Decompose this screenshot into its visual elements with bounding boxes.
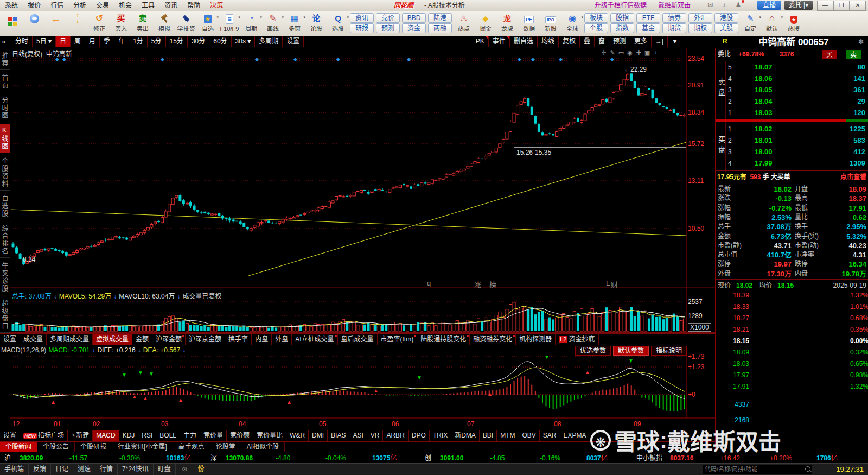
menu-工具[interactable]: 工具 xyxy=(137,0,159,11)
toolbar-多窗-button[interactable]: ▦多窗▾ xyxy=(284,11,305,35)
indicator-BOLL[interactable]: BOLL xyxy=(156,430,180,441)
tab-成交量[interactable]: 成交量 xyxy=(20,334,47,345)
toolbar-热点-button[interactable]: ♨热点 xyxy=(453,11,475,35)
indicator-SAR[interactable]: SAR xyxy=(540,430,560,441)
toolbar-BBD-button[interactable]: BBD资金 xyxy=(401,11,427,35)
button-优选参数[interactable]: 优选参数 xyxy=(575,346,611,356)
menu-系统[interactable]: 系统 xyxy=(0,0,23,11)
buy-button[interactable]: 买 xyxy=(822,50,837,59)
close-button[interactable]: ✕ xyxy=(850,1,866,11)
sidebar-item-超级盘口[interactable]: 超级盘口 xyxy=(0,297,10,333)
move-icon[interactable]: ✚ xyxy=(634,49,643,56)
toolbar-新股-button[interactable]: IPO新股 xyxy=(540,11,561,35)
tab-设置[interactable]: 设置 xyxy=(0,334,20,345)
toolbar-周期-button[interactable]: ◔周期▾ xyxy=(240,11,262,35)
toolbar-指数-label[interactable]: 指数 xyxy=(610,23,634,33)
menu-hot[interactable]: 决策 xyxy=(205,0,228,11)
event-diamond-icon[interactable]: ◆ xyxy=(293,56,297,62)
status-反馈[interactable]: 反馈 xyxy=(29,464,51,475)
index-quote-深[interactable]: 深13070.86-4.80-0.04%13075亿 xyxy=(210,453,397,463)
toolbar-板块-button[interactable]: 板块个股 xyxy=(583,11,609,35)
toolbar-竞价-label[interactable]: 竞价 xyxy=(376,13,400,23)
menu-报价[interactable]: 报价 xyxy=(23,0,46,11)
status-行情[interactable]: 行情 xyxy=(95,464,118,475)
indicator-指标广场[interactable]: NEW指标广场 xyxy=(20,430,68,441)
period-周[interactable]: 周 xyxy=(71,36,85,47)
index-quote-沪[interactable]: 沪3820.09-11.57-0.30%10163亿 xyxy=(4,453,190,463)
indicator-MTM[interactable]: MTM xyxy=(497,430,519,441)
bell-icon[interactable]: ♪ xyxy=(719,1,729,9)
event-diamond-icon[interactable]: ◆ xyxy=(62,56,66,62)
crosshair-icon[interactable]: ✛ xyxy=(599,49,608,56)
status-日记[interactable]: 日记 xyxy=(51,464,73,475)
menu-机会[interactable]: 机会 xyxy=(114,0,137,11)
action-均线[interactable]: 均线 xyxy=(538,36,559,47)
toolbar-两融-label[interactable]: 两融 xyxy=(428,23,452,33)
tab-机构探测器[interactable]: 机构探测器 xyxy=(516,334,556,345)
action-▼[interactable]: ▼ xyxy=(668,36,682,47)
toolbar-全球-button[interactable]: ◉全球▾ xyxy=(561,11,583,35)
tab-外盘[interactable]: 外盘 xyxy=(272,334,292,345)
action-叠[interactable]: 叠 xyxy=(580,36,595,47)
indicator-设置[interactable]: 设置 xyxy=(0,430,20,441)
tab-AI立桩成交量[interactable]: AI立桩成交量 xyxy=(292,334,337,345)
newstab-个股公告[interactable]: 个股公告 xyxy=(37,442,75,452)
indicator-W&R[interactable]: W&R xyxy=(286,430,309,441)
upgrade-link[interactable]: 升级千档行情数据 xyxy=(595,0,647,11)
record-icon[interactable]: ⊙ xyxy=(177,464,192,475)
tab-沪深金额[interactable]: 沪深金额 xyxy=(152,334,186,345)
event-diamond-icon[interactable]: ◆ xyxy=(161,56,164,62)
period-分时[interactable]: 分时 xyxy=(11,36,33,47)
draw-icon[interactable]: ✎ xyxy=(608,49,617,56)
toolbar-默认-button[interactable]: ⌂默认▾ xyxy=(761,11,783,35)
toolbar-陆港-button[interactable]: 陆港两融 xyxy=(427,11,453,35)
sidebar-item-牛叉诊股[interactable]: 牛叉诊股 xyxy=(0,260,10,295)
window-icon[interactable]: ▭ xyxy=(617,49,626,56)
toolbar-龙虎-button[interactable]: 龙龙虎 xyxy=(496,11,518,35)
coin-icon[interactable]: 份 xyxy=(194,464,209,475)
indicator-ARBR[interactable]: ARBR xyxy=(383,430,408,441)
indicator-BIAS[interactable]: BIAS xyxy=(328,430,349,441)
indicator-MACD[interactable]: MACD xyxy=(93,430,119,441)
button-指标说明[interactable]: 指标说明 xyxy=(651,346,687,356)
toolbar-ETF-label[interactable]: ETF xyxy=(636,13,660,23)
profile-icon[interactable]: ♟ xyxy=(733,1,743,9)
toolbar-基金-label[interactable]: 基金 xyxy=(636,23,660,33)
toolbar-学投资-button[interactable]: 学投资 xyxy=(175,11,197,35)
newstab-AI相似个股[interactable]: AI相似个股 xyxy=(241,442,285,452)
chevron-down-icon[interactable]: ▾ xyxy=(581,15,583,20)
toolbar-热搜-button[interactable]: ★热搜 xyxy=(783,11,805,35)
menu-帮助[interactable]: 帮助 xyxy=(182,0,205,11)
toolbar-买入-button[interactable]: 买买入 xyxy=(110,11,132,35)
period-日[interactable]: 日 xyxy=(56,36,71,47)
tab-市盈率(ttm)[interactable]: 市盈率(ttm) xyxy=(378,334,418,345)
toolbar-选股-button[interactable]: Q选股▾ xyxy=(327,11,349,35)
toolbar-港股-button[interactable]: 港股美股 xyxy=(713,11,739,35)
menu-交易[interactable]: 交易 xyxy=(91,0,114,11)
toolbar-掘金-button[interactable]: ◆掘金 xyxy=(475,11,496,35)
button-默认参数[interactable]: 默认参数 xyxy=(613,346,649,356)
period-60分[interactable]: 60分 xyxy=(209,36,231,47)
davis-link[interactable]: 戴维斯双击 xyxy=(658,0,691,11)
event-diamond-icon[interactable]: ◆ xyxy=(255,56,259,62)
restore-button[interactable]: ❐ xyxy=(833,1,850,11)
toolbar-外汇-label[interactable]: 外汇 xyxy=(688,13,712,23)
toolbar-assistant-icon-button[interactable] xyxy=(23,11,45,35)
indicator-VR[interactable]: VR xyxy=(367,430,384,441)
big-order-row[interactable]: 17.95元有 593手 大买单点击查看 xyxy=(716,172,868,182)
tab-L2-资金抄底[interactable]: L2资金抄底 xyxy=(556,334,598,345)
indicator-主力[interactable]: 主力 xyxy=(180,430,200,441)
menu-行情[interactable]: 行情 xyxy=(46,0,68,11)
toolbar-竞价-button[interactable]: 竞价预测 xyxy=(375,11,401,35)
zoom-out-icon[interactable]: − xyxy=(660,49,669,56)
camera-icon[interactable]: ◉ xyxy=(626,49,634,56)
newstab-个股新闻[interactable]: 个股新闻 xyxy=(0,442,37,452)
toolbar-期权-label[interactable]: 期权 xyxy=(688,23,712,33)
toolbar-自定-button[interactable]: ✎自定▾ xyxy=(739,11,761,35)
event-diamond-icon[interactable]: ◆ xyxy=(610,56,614,62)
indicator-竞价量比[interactable]: 竞价量比 xyxy=(253,430,286,441)
period-多周期[interactable]: 多周期 xyxy=(255,36,283,47)
toolbar-陆港-label[interactable]: 陆港 xyxy=(428,13,452,23)
tab-换手率[interactable]: 换手率 xyxy=(225,334,252,345)
action-复权[interactable]: 复权 xyxy=(559,36,580,47)
